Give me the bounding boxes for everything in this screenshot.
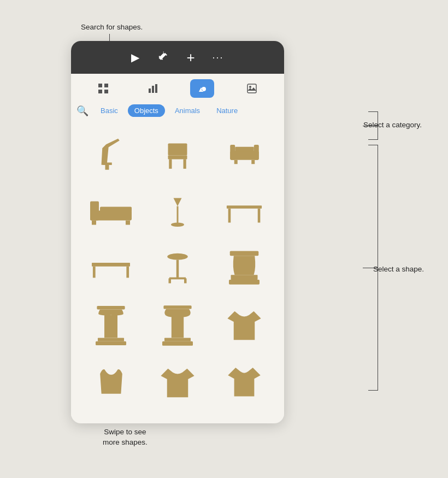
svg-rect-5 [152,86,154,93]
svg-rect-10 [168,155,187,159]
shapes-grid [71,120,284,416]
search-icon[interactable]: 🔍 [76,105,89,117]
svg-rect-6 [155,84,157,93]
svg-rect-15 [254,145,258,160]
svg-point-32 [167,253,188,260]
shape-tshirt-2[interactable] [145,356,210,410]
tab-shapes[interactable] [190,79,214,98]
shape-ionic-column[interactable] [79,298,143,353]
category-animals[interactable]: Animals [168,104,207,117]
svg-rect-46 [162,341,193,345]
category-row: 🔍 Basic Objects Animals Nature [71,101,284,120]
shape-floor-lamp[interactable] [145,183,210,238]
svg-rect-45 [164,338,191,341]
shape-table-wide[interactable] [79,240,143,295]
svg-rect-2 [98,90,102,93]
svg-rect-4 [149,88,151,93]
shape-tshirt-3[interactable] [212,356,276,410]
svg-rect-43 [163,305,191,309]
shape-annotation: Select a shape. [373,265,424,273]
svg-rect-26 [227,205,262,209]
svg-rect-35 [184,279,187,284]
svg-rect-9 [168,144,187,156]
svg-rect-33 [176,260,179,279]
category-nature[interactable]: Nature [210,104,244,117]
svg-rect-42 [96,341,126,345]
svg-rect-44 [172,317,184,338]
svg-rect-27 [228,209,231,223]
toolbar: ▶ + ··· [71,41,284,74]
svg-rect-17 [234,160,237,164]
svg-rect-39 [97,306,125,309]
svg-rect-22 [92,220,96,225]
play-icon[interactable]: ▶ [131,51,139,64]
swipe-annotation: Swipe to seemore shapes. [103,427,148,448]
svg-rect-20 [90,201,99,220]
category-basic[interactable]: Basic [94,104,125,117]
svg-rect-34 [169,279,172,284]
device-panel: ▶ + ··· 🔍 Basic Objects Animals Nature [71,41,284,423]
svg-rect-16 [235,147,254,152]
tab-image[interactable] [240,79,264,98]
svg-rect-21 [100,206,132,212]
shape-column-capital-simple[interactable] [212,240,276,295]
shape-desk-lamp[interactable] [79,126,143,180]
shape-sofa[interactable] [212,126,276,180]
svg-rect-18 [251,160,255,164]
svg-rect-1 [104,84,108,87]
hammer-icon[interactable] [157,50,169,65]
svg-rect-37 [231,275,258,280]
svg-rect-11 [169,159,172,169]
svg-rect-12 [184,159,186,169]
svg-rect-0 [98,84,102,87]
svg-rect-38 [229,280,260,285]
shape-tshirt[interactable] [212,298,276,353]
search-annotation: Search for shapes. [81,23,143,31]
category-line [363,126,378,126]
shape-bed[interactable] [79,183,143,238]
plus-icon[interactable]: + [186,49,194,66]
svg-rect-36 [230,251,259,256]
svg-rect-23 [126,220,130,225]
shape-line [363,268,378,268]
svg-rect-14 [230,145,235,160]
svg-point-25 [171,223,184,227]
shape-ornate-column[interactable] [145,298,210,353]
tab-row [71,74,284,101]
svg-rect-3 [104,90,108,93]
shape-table-narrow[interactable] [212,183,276,238]
shape-tank-top[interactable] [79,356,143,410]
svg-rect-31 [126,267,129,278]
svg-rect-7 [247,84,256,93]
svg-rect-30 [93,267,96,278]
tab-grid[interactable] [91,79,115,98]
svg-rect-40 [104,315,117,338]
category-objects[interactable]: Objects [128,104,165,117]
svg-point-8 [249,86,251,88]
svg-rect-24 [177,206,179,225]
shape-chair[interactable] [145,126,210,180]
svg-rect-29 [92,263,130,267]
tab-chart[interactable] [141,79,165,98]
svg-rect-28 [258,209,261,223]
svg-rect-41 [98,338,124,341]
ellipsis-icon[interactable]: ··· [213,52,224,63]
shape-bar-stool[interactable] [145,240,210,295]
